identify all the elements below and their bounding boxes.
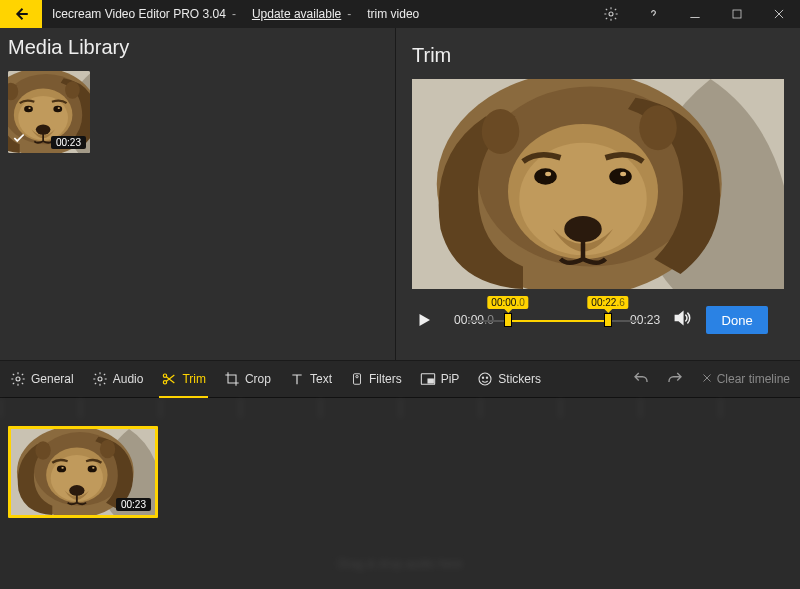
back-button[interactable] — [0, 0, 42, 28]
trim-title: Trim — [412, 36, 788, 79]
trim-end-handle[interactable] — [604, 313, 612, 327]
svg-point-15 — [16, 377, 20, 381]
tab-audio[interactable]: Audio — [92, 360, 144, 398]
svg-point-23 — [479, 373, 491, 385]
tab-general[interactable]: General — [10, 360, 74, 398]
gear-icon — [10, 371, 26, 387]
svg-rect-14 — [733, 10, 741, 18]
trim-start-handle[interactable] — [504, 313, 512, 327]
settings-button[interactable] — [590, 0, 632, 28]
tab-trim[interactable]: Trim — [161, 360, 206, 398]
project-name: trim video — [367, 7, 419, 21]
help-button[interactable] — [632, 0, 674, 28]
minimize-button[interactable] — [674, 0, 716, 28]
audio-drop-hint: Drag & drop audio here — [0, 557, 800, 571]
svg-point-13 — [609, 12, 613, 16]
tab-text[interactable]: Text — [289, 360, 332, 398]
media-clip-thumbnail[interactable]: 00:23 — [8, 71, 90, 153]
media-library-title: Media Library — [0, 28, 395, 71]
done-button[interactable]: Done — [706, 306, 768, 334]
check-icon — [12, 131, 26, 149]
clip-duration-badge: 00:23 — [51, 136, 86, 149]
tab-filters[interactable]: Filters — [350, 360, 402, 398]
maximize-button[interactable] — [716, 0, 758, 28]
tab-crop[interactable]: Crop — [224, 360, 271, 398]
crop-icon — [224, 371, 240, 387]
redo-button[interactable] — [661, 365, 689, 393]
svg-point-25 — [487, 377, 488, 378]
scissors-icon — [161, 371, 177, 387]
title-separator: - — [232, 7, 236, 21]
svg-point-17 — [164, 374, 167, 377]
app-title: Icecream Video Editor PRO 3.04 — [52, 7, 226, 21]
clip-duration-badge: 00:23 — [116, 498, 151, 511]
timeline-clip[interactable]: 00:23 — [8, 426, 158, 518]
titlebar: Icecream Video Editor PRO 3.04 - Update … — [0, 0, 800, 28]
trim-start-label: 00:00.0 — [487, 296, 528, 309]
clear-timeline-button[interactable]: Clear timeline — [701, 372, 790, 387]
svg-point-18 — [164, 381, 167, 384]
media-library-panel: Media Library 00:23 — [0, 28, 396, 360]
close-button[interactable] — [758, 0, 800, 28]
tools-bar: General Audio Trim Crop Text Filters PiP… — [0, 360, 800, 398]
pip-icon — [420, 372, 436, 386]
gear-icon — [92, 371, 108, 387]
svg-rect-22 — [428, 379, 433, 383]
title-separator: - — [347, 7, 351, 21]
trim-panel: Trim 00:00.0 00:00.0 00:22.6 00:23 Done — [396, 28, 800, 360]
text-icon — [289, 371, 305, 387]
update-available-link[interactable]: Update available — [252, 7, 341, 21]
svg-point-20 — [356, 376, 358, 378]
timeline-panel: 00:23 Drag & drop audio here — [0, 398, 800, 589]
tab-stickers[interactable]: Stickers — [477, 360, 541, 398]
filters-icon — [350, 371, 364, 387]
volume-button[interactable] — [672, 308, 692, 332]
close-icon — [701, 372, 713, 387]
trim-range-track[interactable]: 00:00.0 00:22.6 — [508, 302, 608, 338]
trim-end-label: 00:22.6 — [587, 296, 628, 309]
preview-area — [412, 79, 788, 289]
svg-point-24 — [483, 377, 484, 378]
timeline-ruler[interactable] — [0, 398, 800, 418]
undo-button[interactable] — [627, 365, 655, 393]
svg-point-16 — [98, 377, 102, 381]
tab-pip[interactable]: PiP — [420, 360, 460, 398]
sticker-icon — [477, 371, 493, 387]
play-button[interactable] — [412, 311, 436, 329]
preview-image[interactable] — [412, 79, 784, 289]
